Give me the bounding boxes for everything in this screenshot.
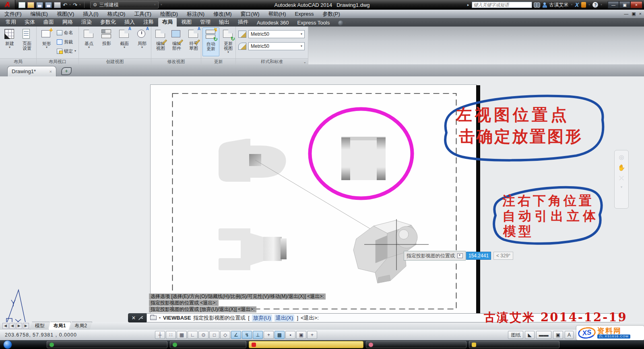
toggle-ducs[interactable]: ⊥ (253, 331, 263, 339)
coordinate-readout[interactable]: 203.6758, 57.9381 , 0.0000 (0, 332, 80, 338)
menu-edit[interactable]: 编辑(E) (26, 10, 52, 18)
exit-option-chip[interactable]: 退出(X) (275, 314, 294, 322)
base-view-button[interactable]: 基点▾ (80, 28, 97, 49)
dynamic-input-options-icon[interactable] (457, 253, 463, 258)
doc-close-icon[interactable]: × (639, 11, 642, 16)
steering-wheel-icon[interactable]: ◎ (615, 154, 628, 161)
toggle-selection-cycling[interactable]: + (307, 331, 317, 339)
badge-dropdown-icon[interactable]: ▾ (588, 3, 590, 6)
view-style-icon[interactable] (238, 31, 246, 38)
detail-view-button[interactable]: A 局部▾ (134, 28, 151, 49)
edit-component-button[interactable]: 编辑部件 (168, 28, 185, 51)
help-dropdown-icon[interactable]: ▾ (601, 3, 602, 6)
toggle-osnap-3d[interactable]: ◇ (220, 331, 230, 339)
help-icon[interactable]: ? (592, 2, 598, 8)
menu-insert[interactable]: 插入(I) (78, 10, 103, 18)
edit-view-button[interactable]: 编辑视图 (152, 28, 169, 51)
toggle-lineweight[interactable]: ▩ (275, 331, 285, 339)
exchange-apps-icon[interactable]: X (575, 2, 579, 8)
workspace-switcher[interactable]: ⚙ 三维建模 ▾ (90, 1, 159, 8)
navigation-bar[interactable]: ◎ ✋ ⤫ ▾ (614, 150, 629, 209)
tab-plugins[interactable]: 插件 (234, 18, 252, 27)
customize-wrench-icon[interactable] (138, 316, 143, 320)
toggle-quick-properties[interactable]: ▣ (296, 331, 306, 339)
toolbar-customize-icon[interactable]: ▾ (161, 3, 162, 6)
named-viewport-button[interactable]: 命名 (57, 29, 73, 36)
new-layout-button[interactable]: 新建 ▾ (1, 28, 18, 49)
tab-home[interactable]: 常用 (2, 18, 20, 27)
annotation-style-icon[interactable] (238, 43, 246, 50)
tab-annotate[interactable]: 注释 (139, 18, 158, 27)
taskbar-item[interactable] (366, 341, 466, 348)
download-badge-icon[interactable] (581, 2, 586, 8)
symbol-sketch-button[interactable]: A 符号草图 (185, 28, 202, 51)
tab-close-icon[interactable]: × (50, 69, 52, 74)
menu-dimension[interactable]: 标注(N) (182, 10, 209, 18)
rect-viewport-button[interactable]: 矩形 ▾ (38, 28, 55, 49)
tab-layout2[interactable]: 布局2 (69, 322, 92, 330)
lock-viewport-button[interactable]: 锁定 ▾ (57, 47, 76, 55)
taskbar-item[interactable] (469, 341, 559, 348)
auto-update-button[interactable]: ↯↻ 自动更新 (202, 27, 219, 56)
undo-icon[interactable]: ↶ (63, 2, 67, 8)
last-layout-icon[interactable]: ▶ (23, 323, 29, 329)
panel-expander-icon[interactable]: ⌄ (303, 60, 306, 64)
projection-view-button[interactable]: 投影 (98, 28, 115, 46)
print-icon[interactable] (54, 2, 61, 8)
search-input[interactable] (472, 2, 532, 8)
update-view-button[interactable]: ↻ 更新视图 ▾ (220, 28, 237, 54)
tab-solid[interactable]: 实体 (21, 18, 39, 27)
toggle-osnap-2d[interactable]: □ (209, 331, 219, 339)
first-layout-icon[interactable]: ◀ (2, 323, 8, 329)
drawing-area[interactable]: 左视图位置点 击确定放置图形 注右下角位置 自动引出立体 模型 指定投影视图的位… (0, 76, 644, 322)
toggle-ortho[interactable]: ∟ (188, 331, 198, 339)
workspace-dropdown-icon[interactable]: ▾ (154, 3, 156, 6)
quick-view-drawings-icon[interactable]: ▬▬ (536, 331, 551, 339)
quick-view-layouts-icon[interactable]: ◣ (525, 331, 534, 339)
search-expand-icon[interactable]: ▸ (467, 2, 469, 8)
start-button[interactable] (3, 340, 12, 349)
annotation-scale-icon[interactable]: ▣ (553, 331, 563, 339)
toggle-infer-constraints[interactable]: ┼ (155, 331, 165, 339)
tab-surface[interactable]: 曲面 (39, 18, 58, 27)
menu-parameters[interactable]: 参数(P) (318, 10, 345, 18)
recent-commands-icon[interactable] (150, 316, 157, 320)
tab-render[interactable]: 渲染 (77, 18, 96, 27)
tab-model[interactable]: 模型 (30, 322, 50, 330)
menu-express[interactable]: Express (291, 10, 318, 18)
redo-icon[interactable]: ↷ (73, 2, 77, 8)
section-view-button[interactable]: A 截面▾ (116, 28, 133, 49)
open-file-icon[interactable] (27, 2, 34, 8)
tab-output[interactable]: 输出 (215, 18, 233, 27)
annotation-visibility-icon[interactable]: A (565, 331, 574, 339)
tab-manage[interactable]: 管理 (196, 18, 215, 27)
doc-restore-icon[interactable]: ▣ (632, 11, 636, 16)
toggle-snap[interactable]: ∷ (166, 331, 176, 339)
menu-file[interactable]: 文件(F) (0, 10, 26, 18)
taskbar-item-active[interactable] (249, 341, 363, 348)
tab-autodesk360[interactable]: Autodesk 360 (253, 19, 293, 27)
new-file-icon[interactable] (19, 2, 25, 8)
search-binoculars-icon[interactable] (534, 2, 540, 7)
new-tab-button[interactable]: + (61, 67, 72, 75)
toggle-dyn-input[interactable]: + (264, 331, 274, 339)
taskbar-item[interactable] (170, 341, 246, 348)
toggle-polar[interactable]: ⊙ (198, 331, 208, 339)
toggle-transparency[interactable]: ▪ (285, 331, 295, 339)
annotation-style-select[interactable]: Metric50▾ (248, 42, 305, 50)
menu-modify[interactable]: 修改(M) (209, 10, 236, 18)
view-style-select[interactable]: Metric50▾ (248, 30, 305, 38)
pan-hand-icon[interactable]: ✋ (615, 164, 628, 171)
clip-viewport-button[interactable]: 剪裁 (57, 38, 73, 45)
command-close-icon[interactable]: × (132, 314, 135, 322)
drawing-tab[interactable]: Drawing1* × (7, 66, 56, 76)
tab-layout[interactable]: 布局 (158, 18, 177, 27)
tab-view[interactable]: 视图 (177, 18, 196, 27)
zoom-extents-icon[interactable]: ⤫ (615, 174, 628, 182)
next-layout-icon[interactable]: ▶ (16, 323, 22, 329)
menu-format[interactable]: 格式(O) (103, 10, 130, 18)
tab-express-tools[interactable]: Express Tools (293, 19, 334, 27)
doc-minimize-icon[interactable]: — (624, 11, 628, 16)
menu-tools[interactable]: 工具(T) (130, 10, 156, 18)
toggle-grid[interactable]: ▦ (177, 331, 187, 339)
